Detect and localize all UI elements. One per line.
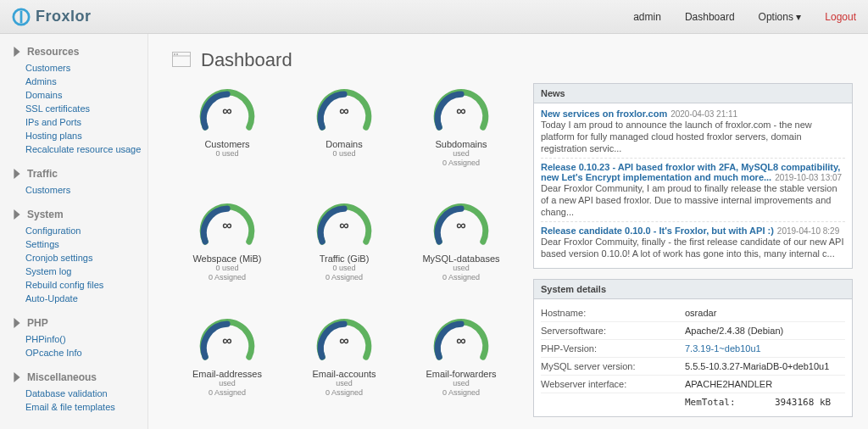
- gauge-subtext: used: [406, 379, 516, 388]
- system-detail-label: Serversoftware:: [541, 326, 685, 336]
- brand-text: Froxlor: [36, 8, 92, 25]
- gauge-label: Email-accounts: [289, 369, 399, 379]
- sidebar-item[interactable]: Admins: [25, 75, 139, 88]
- sidebar-section: TrafficCustomers: [12, 168, 139, 197]
- brand-logo[interactable]: Froxlor: [12, 8, 92, 26]
- chevron-right-icon: [12, 318, 22, 328]
- svg-rect-4: [176, 53, 178, 55]
- sidebar-item[interactable]: Auto-Update: [25, 292, 139, 305]
- news-item: Release 0.10.23 - API based froxlor with…: [541, 158, 845, 221]
- news-title-link[interactable]: Release candidate 0.10.0 - It's Froxlor,…: [541, 226, 774, 236]
- gauge: ∞Email-forwardersused0 Assigned: [406, 318, 516, 417]
- system-detail-value[interactable]: 7.3.19-1~deb10u1: [685, 343, 845, 354]
- gauge-subtext: used: [289, 379, 399, 388]
- gauge: ∞Customers0 used: [172, 88, 282, 187]
- chevron-right-icon: [12, 209, 22, 220]
- gauge-label: Traffic (GiB): [289, 254, 399, 264]
- gauge-subtext: 0 used: [289, 264, 399, 273]
- gauge: ∞Webspace (MiB)0 used0 Assigned: [172, 203, 282, 302]
- page-title: Dashboard: [201, 49, 292, 71]
- gauge-subtext: 0 Assigned: [406, 159, 516, 168]
- gauge-value: ∞: [431, 218, 492, 233]
- sidebar-section-heading[interactable]: System: [12, 209, 139, 220]
- gauge-label: Email-forwarders: [406, 369, 516, 379]
- sidebar-item[interactable]: IPs and Ports: [25, 115, 139, 129]
- gauge: ∞Traffic (GiB)0 used0 Assigned: [289, 203, 399, 302]
- gauge-value: ∞: [197, 103, 258, 119]
- gauge-value: ∞: [197, 333, 258, 348]
- gauge-arc: ∞: [197, 318, 258, 365]
- sidebar-section: PHPPHPinfo()OPcache Info: [12, 317, 139, 359]
- dashboard-icon: [172, 52, 191, 70]
- sidebar-section-heading[interactable]: Traffic: [12, 168, 139, 180]
- main-content: Dashboard ∞Customers0 used ∞Domains0 use…: [148, 34, 868, 429]
- sidebar-item[interactable]: System log: [25, 265, 139, 278]
- sidebar-section-heading[interactable]: PHP: [12, 317, 139, 329]
- topbar: Froxlor admin Dashboard Options ▾ Logout: [0, 0, 868, 34]
- system-detail-row: PHP-Version:7.3.19-1~deb10u1: [541, 339, 845, 357]
- sidebar-item[interactable]: PHPinfo(): [25, 332, 139, 346]
- gauge-arc: ∞: [431, 318, 492, 365]
- sidebar-item[interactable]: OPcache Info: [25, 346, 139, 359]
- sidebar-item[interactable]: Email & file templates: [25, 400, 139, 414]
- system-panel: System details Hostname:osradarServersof…: [533, 279, 853, 417]
- system-details-list: Hostname:osradarServersoftware:Apache/2.…: [534, 299, 852, 416]
- system-detail-value: MemTotal: 3943168 kB: [685, 397, 845, 408]
- gauge-value: ∞: [314, 218, 375, 233]
- current-user[interactable]: admin: [633, 11, 661, 23]
- gauge-value: ∞: [197, 218, 258, 233]
- system-heading: System details: [534, 280, 852, 299]
- gauge: ∞Email-addressesused0 Assigned: [172, 318, 282, 417]
- sidebar-section-heading[interactable]: Resources: [12, 46, 139, 58]
- gauge-subtext: 0 Assigned: [289, 388, 399, 398]
- news-date: 2019-04-10 8:29: [777, 226, 839, 236]
- nav-logout[interactable]: Logout: [825, 11, 856, 23]
- top-nav: admin Dashboard Options ▾ Logout: [633, 11, 856, 23]
- sidebar-item[interactable]: Customers: [25, 61, 139, 75]
- sidebar-item[interactable]: Rebuild config files: [25, 278, 139, 292]
- gauge-arc: ∞: [314, 203, 375, 250]
- system-detail-row: Webserver interface:APACHE2HANDLER: [541, 375, 845, 393]
- gauge-arc: ∞: [314, 88, 375, 136]
- gauge-arc: ∞: [197, 88, 258, 136]
- sidebar-item[interactable]: Cronjob settings: [25, 251, 139, 265]
- sidebar-item[interactable]: Recalculate resource usage: [25, 142, 139, 156]
- sidebar-item[interactable]: SSL certificates: [25, 102, 139, 115]
- chevron-right-icon: [12, 372, 22, 382]
- sidebar-item[interactable]: Domains: [25, 88, 139, 102]
- sidebar-section: MiscellaneousDatabase validationEmail & …: [12, 371, 139, 414]
- news-body: Dear Froxlor Community, I am proud to fi…: [541, 182, 845, 218]
- sidebar-section-title: PHP: [27, 317, 48, 329]
- nav-dashboard[interactable]: Dashboard: [685, 11, 735, 23]
- sidebar-item[interactable]: Customers: [25, 183, 139, 197]
- sidebar-section-heading[interactable]: Miscellaneous: [12, 371, 139, 383]
- sidebar-item[interactable]: Settings: [25, 237, 139, 251]
- gauge: ∞Subdomainsused0 Assigned: [406, 88, 516, 187]
- news-panel: News New services on froxlor.com2020-04-…: [533, 83, 853, 269]
- gauge-label: Subdomains: [406, 139, 516, 149]
- sidebar-section-title: Resources: [27, 46, 79, 58]
- sidebar-item[interactable]: Configuration: [25, 224, 139, 237]
- gauge-value: ∞: [314, 333, 375, 348]
- gauge: ∞Email-accountsused0 Assigned: [289, 318, 399, 417]
- news-body: Today I am proud to announce the launch …: [541, 119, 845, 154]
- sidebar-section-title: Traffic: [27, 168, 58, 180]
- gauge-value: ∞: [431, 333, 492, 348]
- gauge: ∞Domains0 used: [289, 88, 399, 187]
- gauge-arc: ∞: [197, 203, 258, 250]
- gauge-subtext: used: [406, 264, 516, 273]
- gauge-subtext: 0 Assigned: [172, 388, 282, 398]
- gauge-subtext: 0 used: [172, 149, 282, 159]
- nav-options[interactable]: Options ▾: [759, 11, 802, 23]
- sidebar-item[interactable]: Hosting plans: [25, 129, 139, 142]
- gauge-label: Domains: [289, 139, 399, 149]
- system-detail-value: 5.5.5-10.3.27-MariaDB-0+deb10u1: [685, 361, 845, 371]
- system-detail-label: Hostname:: [541, 308, 685, 318]
- sidebar-section: SystemConfigurationSettingsCronjob setti…: [12, 209, 139, 305]
- news-body: Dear Froxlor Commuity, finally - the fir…: [541, 236, 845, 259]
- news-title-link[interactable]: New services on froxlor.com: [541, 109, 667, 119]
- gauge-subtext: 0 used: [289, 149, 399, 159]
- news-date: 2019-10-03 13:07: [775, 173, 842, 182]
- sidebar-item[interactable]: Database validation: [25, 387, 139, 400]
- system-detail-label: [541, 397, 685, 408]
